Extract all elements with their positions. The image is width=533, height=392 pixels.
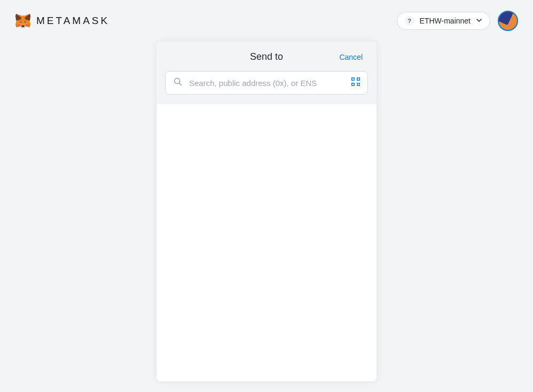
send-header: Send to Cancel <box>156 42 377 104</box>
logo-container: METAMASK <box>15 13 109 29</box>
svg-rect-3 <box>352 79 354 80</box>
network-name: ETHW-mainnet <box>420 17 471 25</box>
network-status-icon: ? <box>405 16 414 26</box>
metamask-fox-icon <box>15 13 31 29</box>
qr-scan-icon[interactable] <box>351 77 360 88</box>
svg-rect-5 <box>358 79 359 80</box>
search-icon <box>173 77 183 89</box>
send-title: Send to <box>250 51 283 62</box>
svg-rect-8 <box>357 83 358 84</box>
send-title-row: Send to Cancel <box>165 51 368 62</box>
header-right: ? ETHW-mainnet <box>397 11 518 31</box>
cancel-button[interactable]: Cancel <box>339 53 363 61</box>
network-selector[interactable]: ? ETHW-mainnet <box>397 12 490 30</box>
main-content: Send to Cancel <box>0 42 533 381</box>
svg-rect-11 <box>359 85 360 87</box>
app-header: METAMASK ? ETHW-mainnet <box>0 0 533 42</box>
brand-name: METAMASK <box>36 15 109 27</box>
address-search-box <box>165 71 368 95</box>
svg-line-1 <box>179 83 182 85</box>
send-body <box>156 104 377 381</box>
account-avatar[interactable] <box>498 11 518 31</box>
svg-rect-7 <box>352 84 354 85</box>
svg-rect-10 <box>357 85 358 87</box>
send-panel: Send to Cancel <box>156 42 377 381</box>
address-input[interactable] <box>189 79 345 88</box>
chevron-down-icon <box>476 16 482 26</box>
svg-rect-9 <box>359 83 360 84</box>
